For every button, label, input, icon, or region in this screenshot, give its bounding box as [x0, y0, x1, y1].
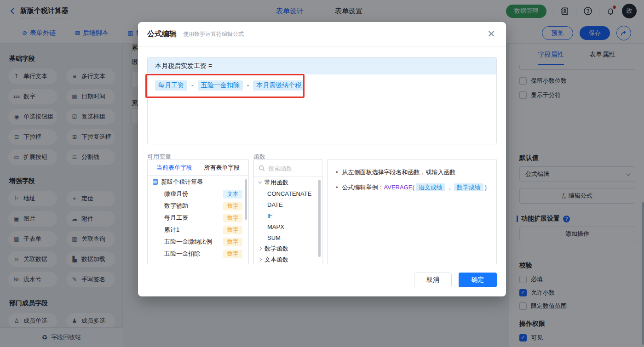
variable-item[interactable]: 数字辅助 数字 [148, 200, 248, 212]
variable-name: 五险一金扣除 [164, 250, 200, 258]
function-tree-label: DATE [267, 201, 283, 208]
function-tree-item[interactable]: MAPX [254, 221, 322, 232]
formula-token[interactable]: - [247, 82, 249, 89]
function-tree-label: 文本函数 [264, 256, 288, 264]
tip-close-paren: ) [485, 184, 487, 191]
modal-header: 公式编辑 使用数学运算符编辑公式 [138, 22, 506, 46]
function-tree-label: CONCATENATE [267, 190, 311, 197]
functions-panel: 常用函数 CONCATENATE DATE IF [253, 159, 322, 264]
cancel-button[interactable]: 取消 [414, 273, 452, 287]
bullet-icon: • [336, 168, 338, 177]
tip-comma: ， [447, 184, 453, 191]
tip-field-chip: 语文成绩 [416, 183, 445, 191]
variable-name: 五险一金缴纳比例 [164, 238, 212, 246]
function-tree-label: 常用函数 [264, 178, 288, 187]
tree-chevron-icon [258, 247, 262, 250]
tip-item: • 从左侧面板选择字段名和函数，或输入函数 [336, 168, 488, 177]
search-icon [259, 165, 265, 171]
functions-tree: 常用函数 CONCATENATE DATE IF [254, 177, 322, 264]
tip-function-name: AVERAGE( [384, 184, 414, 191]
tips-panel: • 从左侧面板选择字段名和函数，或输入函数 • 公式编辑举例：AVERAGE(语… [327, 159, 497, 264]
variable-type-badge: 数字 [223, 238, 242, 246]
function-tree-item[interactable]: DATE [254, 199, 322, 210]
app-window: 新版个税计算器 表单设计表单设置 数据管理 政 [0, 0, 644, 347]
formula-target: 本月税后实发工资 = [148, 57, 496, 74]
variable-type-badge: 数字 [223, 202, 242, 210]
function-tree-label: 数学函数 [264, 245, 288, 253]
variable-item[interactable]: 缴税月份 文本 [148, 188, 248, 200]
variable-item[interactable]: 五险一金扣除 数字 [148, 248, 248, 260]
variable-item[interactable]: 五险一金缴纳比例 数字 [148, 236, 248, 248]
function-tree-item[interactable]: 数学函数 [254, 243, 322, 254]
tip-field-chip: 数学成绩 [454, 183, 483, 191]
close-icon[interactable]: ✕ [485, 28, 498, 40]
formula-editor-modal: 公式编辑 使用数学运算符编辑公式 ✕ 本月税后实发工资 = 每月工资-五险一金扣… [138, 22, 506, 296]
function-tree-label: SUM [267, 234, 281, 241]
tree-chevron-icon [258, 180, 262, 183]
modal-title: 公式编辑 [147, 29, 177, 39]
tip-example-prefix: 公式编辑举例： [342, 184, 384, 191]
variables-tree-root[interactable]: 新版个税计算器 [148, 176, 248, 188]
variables-tab[interactable]: 当前表单字段 [156, 164, 192, 172]
variables-panel: 当前表单字段所有表单字段 新版个税计算器 缴税月份 文本 数字辅助 数字 [147, 159, 249, 264]
function-tree-item[interactable]: CONCATENATE [254, 188, 322, 199]
formula-editor-area[interactable]: 本月税后实发工资 = 每月工资-五险一金扣除-本月需缴纳个税 [147, 57, 497, 144]
variable-name: 缴税月份 [164, 190, 188, 198]
variables-list: 缴税月份 文本 数字辅助 数字 每月工资 数字 累计1 [148, 188, 248, 260]
function-tree-label: IF [267, 212, 273, 219]
formula-token[interactable]: 五险一金扣除 [198, 80, 243, 91]
formula-token[interactable]: 每月工资 [155, 80, 187, 91]
function-tree-label: MAPX [267, 223, 284, 230]
function-tree-item[interactable]: 文本函数 [254, 254, 322, 264]
formula-token[interactable]: 本月需缴纳个税 [253, 80, 305, 91]
variables-tabs: 当前表单字段所有表单字段 [148, 160, 248, 176]
function-search [254, 160, 322, 177]
variable-type-badge: 文本 [223, 190, 242, 199]
tip-text: 从左侧面板选择字段名和函数，或输入函数 [342, 168, 456, 177]
variable-item[interactable]: 每月工资 数字 [148, 212, 248, 224]
function-tree-item[interactable]: 常用函数 [254, 177, 322, 188]
formula-expression: 每月工资-五险一金扣除-本月需缴纳个税 [148, 74, 496, 97]
confirm-button[interactable]: 确定 [459, 273, 497, 287]
variable-type-badge: 数字 [223, 250, 242, 258]
tip-text: 公式编辑举例：AVERAGE(语文成绩，数学成绩) [342, 183, 487, 192]
modal-subtitle: 使用数学运算符编辑公式 [183, 30, 244, 38]
variable-name: 累计1 [164, 226, 179, 234]
function-search-input[interactable] [268, 165, 314, 172]
variable-item[interactable]: 累计1 数字 [148, 224, 248, 236]
tip-item: • 公式编辑举例：AVERAGE(语文成绩，数学成绩) [336, 183, 488, 192]
variable-name: 数字辅助 [164, 202, 188, 210]
tree-chevron-icon [258, 258, 262, 262]
variables-tab[interactable]: 所有表单字段 [204, 164, 240, 172]
functions-scrollbar[interactable] [318, 180, 321, 257]
form-doc-icon [153, 179, 158, 185]
function-tree-item[interactable]: IF [254, 210, 322, 221]
variables-root-label: 新版个税计算器 [161, 178, 203, 186]
variable-name: 每月工资 [164, 214, 188, 222]
variable-type-badge: 数字 [223, 226, 242, 234]
variables-scrollbar[interactable] [245, 179, 247, 220]
variable-type-badge: 数字 [223, 214, 242, 222]
formula-token[interactable]: - [191, 82, 194, 89]
function-tree-item[interactable]: SUM [254, 232, 322, 243]
bullet-icon: • [336, 183, 338, 192]
